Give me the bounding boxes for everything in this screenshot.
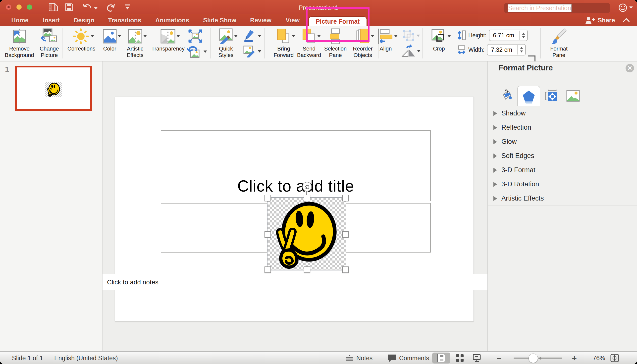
quick-styles-button[interactable]: Quick Styles: [212, 28, 240, 58]
slideshow-view-button[interactable]: [469, 352, 484, 364]
toolbar-more-icon[interactable]: [124, 4, 131, 12]
reset-picture-button[interactable]: [187, 44, 207, 58]
tab-slide-show[interactable]: Slide Show: [203, 14, 236, 26]
resize-handle-w[interactable]: [264, 231, 271, 238]
slide-sorter-view-button[interactable]: [452, 352, 467, 364]
tab-animations[interactable]: Animations: [153, 14, 191, 26]
remove-background-icon: [12, 28, 27, 45]
resize-handle-ne[interactable]: [342, 195, 348, 201]
crop-dropdown-icon[interactable]: [448, 35, 451, 37]
picture-effects-button[interactable]: [243, 45, 261, 58]
tab-insert[interactable]: Insert: [41, 14, 61, 26]
picture-tab[interactable]: [562, 86, 584, 106]
width-field[interactable]: 7.32 cm: [487, 44, 526, 56]
transparency-button[interactable]: Transparency: [150, 28, 186, 52]
fill-line-tab[interactable]: [496, 86, 517, 106]
section-3d-format[interactable]: 3-D Format: [488, 163, 637, 178]
selection-pane-button[interactable]: Selection Pane: [322, 28, 349, 58]
height-value[interactable]: 6.71 cm: [490, 32, 519, 39]
picture-border-button[interactable]: [243, 30, 261, 42]
align-dropdown-icon[interactable]: [394, 35, 398, 37]
zoom-slider-knob[interactable]: [528, 354, 538, 363]
picture-border-dropdown-icon[interactable]: [258, 35, 261, 37]
language-indicator[interactable]: English (United States): [54, 352, 118, 364]
toggle-sidebar-icon[interactable]: [49, 3, 58, 12]
section-3d-rotation[interactable]: 3-D Rotation: [488, 177, 637, 192]
comments-toggle-button[interactable]: Comments: [388, 352, 429, 364]
remove-background-button[interactable]: Remove Background: [2, 28, 37, 58]
zoom-out-button[interactable]: −: [497, 352, 502, 364]
height-stepper[interactable]: [519, 30, 527, 40]
normal-view-button[interactable]: [432, 352, 450, 364]
slide-thumbnail[interactable]: [15, 66, 92, 111]
format-pane-button[interactable]: Format Pane: [546, 28, 571, 58]
tab-review[interactable]: Review: [250, 14, 272, 26]
resize-handle-sw[interactable]: [264, 266, 271, 273]
panel-close-button[interactable]: ✕: [626, 64, 634, 72]
section-soft-edges[interactable]: Soft Edges: [488, 149, 637, 164]
ribbon-divider: [540, 28, 541, 58]
effects-tab[interactable]: [517, 86, 540, 107]
height-field[interactable]: 6.71 cm: [489, 30, 528, 41]
fit-slide-button[interactable]: [610, 352, 619, 364]
change-picture-button[interactable]: Change Picture: [37, 28, 62, 58]
tab-view[interactable]: View: [285, 14, 300, 26]
resize-handle-se[interactable]: [342, 266, 348, 273]
collapse-ribbon-icon[interactable]: [622, 18, 630, 24]
transparency-dropdown-icon[interactable]: [176, 35, 180, 37]
section-shadow[interactable]: Shadow: [488, 106, 637, 121]
account-menu[interactable]: [618, 3, 633, 12]
rotate-objects-dropdown-icon[interactable]: [417, 50, 420, 52]
align-button[interactable]: Align: [373, 28, 398, 52]
undo-dropdown-icon[interactable]: [94, 6, 98, 10]
save-icon[interactable]: [65, 3, 73, 12]
tab-design[interactable]: Design: [74, 14, 94, 26]
maximize-window-button[interactable]: [27, 4, 32, 10]
title-placeholder[interactable]: Click to add title: [161, 130, 431, 201]
resize-handle-e[interactable]: [342, 231, 348, 238]
compress-pictures-button[interactable]: [188, 29, 202, 43]
tab-transitions[interactable]: Transitions: [107, 14, 142, 26]
color-dropdown-icon[interactable]: [118, 35, 121, 37]
artistic-effects-dropdown-icon[interactable]: [143, 35, 147, 37]
picture-effects-dropdown-icon[interactable]: [258, 50, 261, 52]
bring-forward-dropdown-icon[interactable]: [292, 35, 295, 37]
size-properties-tab[interactable]: [540, 86, 562, 106]
zoom-slider-track[interactable]: [514, 358, 562, 359]
resize-handle-n[interactable]: [304, 195, 310, 201]
group-objects-icon: [402, 30, 414, 42]
rotate-objects-button[interactable]: [402, 44, 420, 58]
bring-forward-button[interactable]: Bring Forward: [269, 28, 298, 58]
width-value[interactable]: 7.32 cm: [488, 46, 517, 53]
search-field[interactable]: Search in Presentation: [504, 3, 610, 13]
quick-styles-dropdown-icon[interactable]: [234, 35, 238, 37]
zoom-in-button[interactable]: +: [572, 352, 577, 364]
notes-toggle-button[interactable]: Notes: [345, 352, 372, 364]
notes-pane[interactable]: Click to add notes: [102, 274, 488, 290]
section-artistic-effects[interactable]: Artistic Effects: [488, 191, 637, 206]
tab-home[interactable]: Home: [10, 14, 30, 26]
undo-icon[interactable]: [82, 3, 92, 13]
share-button[interactable]: Share: [585, 14, 615, 26]
resize-handle-nw[interactable]: [264, 195, 271, 201]
rotation-handle[interactable]: [302, 182, 312, 191]
resize-handle-s[interactable]: [304, 266, 310, 273]
artistic-effects-button[interactable]: Artistic Effects: [122, 28, 149, 58]
minimize-window-button[interactable]: [16, 4, 22, 10]
corrections-dropdown-icon[interactable]: [90, 35, 94, 37]
tab-picture-format[interactable]: Picture Format: [309, 17, 366, 26]
reorder-objects-button[interactable]: Reorder Objects: [350, 28, 375, 58]
selected-picture[interactable]: [267, 197, 346, 270]
reset-picture-dropdown-icon[interactable]: [204, 50, 207, 53]
zoom-level[interactable]: 76%: [593, 352, 605, 364]
corrections-button[interactable]: Corrections: [65, 28, 98, 52]
redo-icon[interactable]: [106, 3, 116, 13]
color-button[interactable]: Color: [99, 28, 120, 52]
section-glow[interactable]: Glow: [488, 134, 637, 149]
crop-button[interactable]: Crop: [427, 28, 451, 52]
width-stepper[interactable]: [517, 45, 525, 54]
section-reflection[interactable]: Reflection: [488, 120, 637, 135]
send-backward-dropdown-icon[interactable]: [317, 35, 321, 37]
close-window-button[interactable]: [6, 4, 11, 10]
send-backward-button[interactable]: Send Backward: [295, 28, 323, 58]
